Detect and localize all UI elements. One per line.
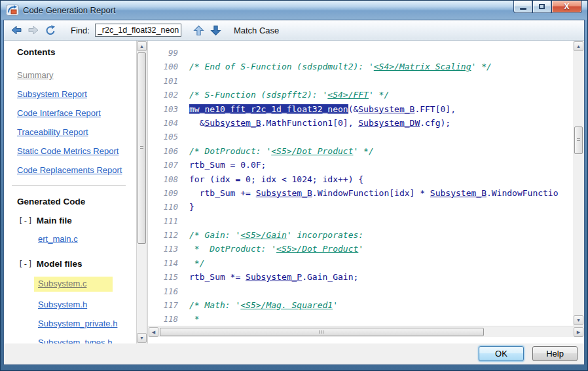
file-list: ert_main.c [17, 233, 134, 252]
scrollbar-track[interactable] [574, 51, 583, 315]
code-text: .WindowFunction[idx] * [312, 188, 430, 198]
comment-link[interactable]: <S5>/Dot Product [271, 146, 353, 156]
refresh-button[interactable] [45, 25, 56, 36]
minimize-button[interactable] [513, 1, 532, 13]
scrollbar-thumb[interactable] [574, 127, 583, 154]
code-line: 101 [155, 76, 573, 90]
line-number: 111 [155, 216, 178, 226]
file-link-subsystem-c[interactable]: Subsystem.c [34, 277, 113, 292]
code-line: 115rtb_Sum *= Subsystem_P.Gain_Gain; [155, 272, 573, 286]
close-button[interactable]: X [551, 1, 582, 13]
comment-text: */ [189, 258, 204, 268]
code-link[interactable]: Subsystem_DW [358, 118, 420, 128]
code-link[interactable]: Subsystem_P [246, 272, 302, 282]
line-number: 102 [155, 90, 178, 100]
comment-text: ' */ [353, 146, 373, 156]
scrollbar-thumb[interactable] [160, 328, 484, 336]
file-link-ert-main-c[interactable]: ert_main.c [38, 233, 78, 245]
sidebar-link-static-code-metrics-report[interactable]: Static Code Metrics Report [17, 145, 134, 157]
code-vertical-scrollbar[interactable]: ▲ ▼ [573, 41, 584, 326]
line-number: 112 [155, 230, 178, 240]
sidebar-link-summary[interactable]: Summary [17, 69, 134, 81]
code-view: 99100/* End of S-Function (sdspdmult2): … [148, 41, 573, 326]
code-line: 114 */ [155, 258, 573, 272]
forward-button[interactable] [28, 25, 39, 36]
code-line: 104 &Subsystem_B.MathFunction1[0], Subsy… [155, 118, 573, 132]
comment-text: /* End of S-Function (sdspdmult2): ' [189, 62, 374, 71]
comment-link[interactable]: <S5>/Gain [240, 230, 286, 240]
sidebar-link-traceability-report[interactable]: Traceability Report [17, 126, 134, 138]
code-line: 110} [155, 202, 573, 216]
code-link[interactable]: Subsystem_B [358, 104, 414, 114]
window-frame: Find: Match Case Contents SummarySubsyst… [1, 20, 587, 370]
help-button[interactable]: Help [532, 346, 578, 361]
back-button[interactable] [10, 25, 22, 36]
file-group-main-file: [-]Main fileert_main.c [17, 216, 134, 252]
line-number: 106 [155, 146, 178, 156]
sidebar-divider [12, 186, 126, 186]
code-line: 111 [155, 216, 573, 230]
code-link[interactable]: Subsystem_B [430, 188, 487, 198]
sidebar-link-code-interface-report[interactable]: Code Interface Report [17, 107, 134, 119]
ok-button[interactable]: OK [479, 346, 524, 361]
code-line: 102/* S-Function (sdspfft2): '<S4>/FFT' … [155, 90, 573, 104]
line-content: /* End of S-Function (sdspdmult2): '<S4>… [189, 62, 573, 71]
find-previous-button[interactable] [193, 25, 205, 36]
line-content: mw_ne10_fft_r2c_1d_float32_neon(&Subsyst… [189, 104, 573, 114]
scrollbar-track[interactable] [158, 327, 574, 337]
scroll-left-button[interactable]: ◀ [149, 327, 158, 337]
sidebar-link-code-replacements-report[interactable]: Code Replacements Report [17, 164, 134, 176]
code-text: rtb_Sum += [189, 188, 256, 198]
maximize-button[interactable] [532, 1, 551, 13]
line-content: rtb_Sum = 0.0F; [189, 160, 573, 170]
match-case-toggle[interactable]: Match Case [234, 26, 279, 35]
scroll-up-button[interactable]: ▲ [574, 41, 583, 51]
file-group-header: [-]Main file [18, 216, 134, 225]
code-line: 107rtb_Sum = 0.0F; [155, 160, 573, 174]
scroll-down-button[interactable]: ▼ [137, 333, 147, 343]
file-list: Subsystem.cSubsystem.hSubsystem_private.… [17, 277, 134, 343]
generated-code-tree: [-]Main fileert_main.c[-]Model filesSubs… [17, 216, 134, 343]
line-content: /* Math: '<S5>/Mag. Squared1' [189, 300, 573, 310]
contents-heading: Contents [17, 47, 134, 57]
code-text: .MathFunction1[0], [261, 118, 359, 128]
file-link-subsystem-types-h[interactable]: Subsystem_types.h [38, 337, 112, 343]
line-number: 107 [155, 160, 178, 170]
find-next-button[interactable] [210, 25, 222, 36]
code-link[interactable]: Subsystem_B [204, 118, 261, 128]
file-link-subsystem-h[interactable]: Subsystem.h [38, 299, 87, 311]
sidebar-scrollbar[interactable]: ▲ ▼ [136, 41, 147, 343]
line-content: rtb_Sum *= Subsystem_P.Gain_Gain; [189, 272, 573, 282]
comment-link[interactable]: <S4>/FFT [327, 90, 369, 100]
code-text: rtb_Sum = 0.0F; [189, 160, 266, 170]
scroll-down-button[interactable]: ▼ [574, 315, 583, 325]
search-highlight[interactable]: mw_ne10_fft_r2c_1d_float32_neon [189, 104, 348, 114]
find-toolbar: Find: Match Case [4, 20, 584, 41]
comment-link[interactable]: <S5>/Dot Product [276, 244, 358, 254]
code-pane: 99100/* End of S-Function (sdspdmult2): … [147, 41, 584, 343]
collapse-toggle-icon[interactable]: [-] [18, 216, 33, 225]
scrollbar-thumb[interactable] [138, 52, 146, 244]
line-number: 108 [155, 174, 178, 184]
code-text: .Gain_Gain; [302, 272, 358, 282]
code-line: 109 rtb_Sum += Subsystem_B.WindowFunctio… [155, 188, 573, 202]
sidebar-link-subsystem-report[interactable]: Subsystem Report [17, 88, 134, 100]
code-line: 103mw_ne10_fft_r2c_1d_float32_neon(&Subs… [155, 104, 573, 118]
collapse-toggle-icon[interactable]: [-] [18, 260, 33, 269]
code-horizontal-scrollbar[interactable]: ◀ ▶ [148, 326, 584, 337]
code-line: 116 [155, 286, 573, 300]
scrollbar-track[interactable] [137, 51, 147, 333]
find-input[interactable] [95, 24, 181, 37]
line-content: /* S-Function (sdspfft2): '<S4>/FFT' */ [189, 90, 573, 100]
line-content: for (idx = 0; idx < 1024; idx++) { [189, 174, 573, 184]
comment-link[interactable]: <S5>/Mag. Squared1 [240, 300, 333, 310]
code-text: rtb_Sum *= [189, 272, 246, 282]
line-number: 99 [155, 48, 178, 58]
scroll-up-button[interactable]: ▲ [137, 41, 147, 51]
scroll-right-button[interactable]: ▶ [574, 327, 583, 337]
code-line: 106/* DotProduct: '<S5>/Dot Product' */ [155, 146, 573, 160]
file-link-subsystem-private-h[interactable]: Subsystem_private.h [38, 318, 117, 330]
comment-link[interactable]: <S4>/Matrix Scaling [374, 62, 471, 71]
comment-text: /* DotProduct: ' [189, 146, 271, 156]
code-link[interactable]: Subsystem_B [256, 188, 312, 198]
